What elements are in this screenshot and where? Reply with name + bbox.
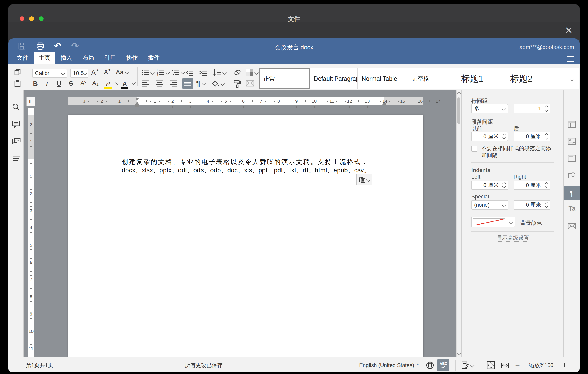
change-case-button[interactable]: Aa [116, 69, 128, 76]
subscript-button[interactable]: A₂ [90, 80, 101, 87]
font-color-arrow[interactable] [130, 81, 135, 84]
indent-right-spinner[interactable]: 0 厘米 [514, 180, 550, 190]
hanging-indent-marker[interactable] [135, 102, 139, 105]
tab-5[interactable]: 协作 [121, 52, 143, 64]
style-cell-6[interactable] [556, 68, 565, 89]
style-cell-5[interactable]: 标题2 [506, 68, 556, 89]
track-changes-button[interactable] [461, 357, 474, 373]
copy-style-button[interactable] [233, 80, 241, 88]
shape-settings-tab[interactable] [567, 171, 577, 180]
document-page[interactable]: 创建复杂的文档、专业的电子表格以及令人赞叹的演示文稿。支持主流格式： docx、… [68, 115, 423, 357]
headerfooter-settings-tab[interactable] [567, 154, 577, 163]
spacing-after-spinner[interactable]: 0 厘米 [514, 132, 550, 141]
italic-button[interactable]: I [42, 80, 51, 88]
paragraph-settings-panel: 行间距 多 1 段落间距 以前 后 0 厘米 0 厘米 不要在相同样式的段落之间… [461, 90, 563, 357]
document-canvas[interactable]: L 1231234567891011121314151617 121234567… [23, 90, 461, 357]
show-paragraph-marks-button[interactable]: ¶ [196, 79, 205, 88]
align-right-button[interactable] [169, 80, 177, 87]
tab-stop-selector[interactable]: L [26, 97, 35, 106]
align-justify-button[interactable] [182, 78, 193, 89]
color-scheme-button[interactable] [246, 69, 258, 76]
special-amount-spinner[interactable]: 0 厘米 [514, 200, 550, 209]
clear-style-button[interactable] [233, 69, 241, 76]
navigation-headings-button[interactable] [12, 154, 21, 163]
indent-left-spinner[interactable]: 0 厘米 [471, 180, 508, 190]
font-size-select[interactable]: 10.5 [70, 69, 88, 78]
close-icon[interactable]: ✕ [563, 25, 575, 36]
chart-settings-tab[interactable] [567, 188, 577, 197]
mail-merge-button[interactable] [246, 80, 254, 87]
tab-6[interactable]: 插件 [143, 52, 165, 64]
strikethrough-button[interactable]: S [67, 80, 75, 87]
style-cell-0[interactable]: 正常 [259, 68, 310, 89]
scroll-down-arrow[interactable] [457, 351, 461, 355]
menu-hamburger-icon[interactable] [567, 55, 574, 61]
tab-2[interactable]: 插入 [55, 52, 77, 64]
multilevel-list-button[interactable] [172, 69, 184, 76]
spellcheck-button[interactable]: ABC [437, 359, 450, 371]
paragraph-text[interactable]: 创建复杂的文档、专业的电子表格以及令人赞叹的演示文稿。支持主流格式： docx、… [122, 158, 373, 174]
style-cell-3[interactable]: 无空格 [407, 68, 457, 89]
fit-width-button[interactable] [500, 357, 509, 373]
horizontal-ruler[interactable]: 1231234567891011121314151617 [68, 97, 423, 105]
style-cell-2[interactable]: Normal Table [358, 68, 407, 89]
scrollbar-thumb[interactable] [457, 97, 460, 124]
special-select[interactable]: (none) [471, 200, 508, 209]
superscript-button[interactable]: A² [78, 80, 88, 87]
tab-stop-track[interactable] [68, 105, 423, 109]
tab-0[interactable]: 文件 [12, 52, 33, 64]
highlight-color-button[interactable]: ✎ [103, 78, 113, 89]
highlight-color-arrow[interactable] [114, 81, 119, 84]
style-gallery-expand-button[interactable] [565, 68, 579, 89]
zoom-out-button[interactable]: − [515, 357, 520, 373]
style-cell-4[interactable]: 标题1 [457, 68, 506, 89]
comments-button[interactable] [12, 120, 21, 129]
separator: 、 [187, 167, 193, 174]
fit-page-button[interactable] [487, 357, 495, 373]
paste-options-button[interactable] [356, 174, 372, 185]
mailmerge-settings-tab[interactable] [567, 222, 577, 231]
tab-3[interactable]: 布局 [77, 52, 99, 64]
increase-indent-button[interactable] [199, 69, 207, 76]
background-color-picker[interactable] [471, 217, 515, 227]
chat-button[interactable] [12, 137, 21, 146]
decrement-font-button[interactable]: A▼ [104, 69, 111, 75]
tab-4[interactable]: 引用 [99, 52, 121, 64]
zoom-level[interactable]: 缩放%100 [529, 357, 553, 373]
numbered-list-button[interactable]: 123 [156, 69, 169, 76]
bold-button[interactable]: B [31, 80, 40, 88]
set-language-button[interactable] [426, 357, 434, 373]
table-settings-tab[interactable] [567, 120, 577, 129]
image-settings-tab[interactable] [567, 137, 577, 146]
language-selector[interactable]: English (United States) ^ [359, 357, 419, 373]
line-spacing-select[interactable]: 多 [471, 104, 508, 113]
format-word: html [315, 167, 327, 175]
spacing-before-spinner[interactable]: 0 厘米 [471, 132, 508, 141]
font-color-button[interactable]: A [120, 78, 130, 89]
shading-button[interactable] [211, 80, 224, 88]
paste-button[interactable] [14, 80, 21, 87]
zoom-in-button[interactable]: + [562, 357, 567, 373]
page-counter[interactable]: 第1页共1页 [26, 357, 53, 373]
align-center-button[interactable] [156, 80, 164, 87]
line-spacing-button[interactable] [213, 69, 226, 76]
vertical-ruler[interactable]: 121234567891011 [28, 108, 34, 357]
search-button[interactable] [12, 103, 21, 112]
line-spacing-value-spinner[interactable]: 1 [514, 104, 550, 113]
style-cell-1[interactable]: Default Paragraph [310, 68, 358, 89]
copy-button[interactable] [14, 69, 21, 76]
increment-font-button[interactable]: A▲ [91, 69, 99, 77]
bullet-list-button[interactable] [141, 69, 154, 76]
ruler-number: 9 [295, 99, 298, 104]
tab-1[interactable]: 主页 [33, 52, 55, 64]
decrease-indent-button[interactable] [185, 69, 194, 76]
align-left-button[interactable] [142, 80, 150, 87]
first-line-indent-marker[interactable] [135, 98, 139, 100]
scroll-up-arrow[interactable] [457, 92, 461, 96]
font-name-select[interactable]: Calibri [32, 69, 67, 78]
vertical-scrollbar[interactable] [456, 90, 461, 357]
no-space-between-checkbox[interactable] [471, 146, 477, 152]
underline-button[interactable]: U [54, 80, 63, 87]
advanced-settings-link[interactable]: 显示高级设置 [471, 234, 555, 241]
textart-settings-tab[interactable]: Ta [567, 204, 577, 213]
